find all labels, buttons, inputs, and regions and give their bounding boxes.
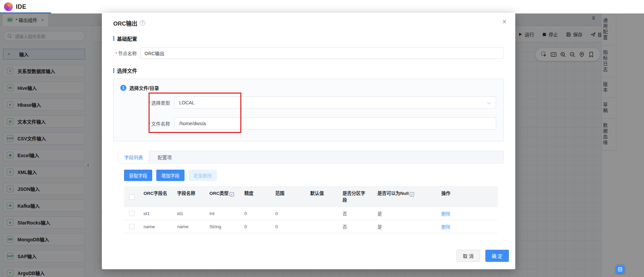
batch-delete-button[interactable]: 批量删除 — [189, 170, 217, 181]
table-header-cell: ORC类型✓ — [205, 187, 240, 207]
table-cell-nullable: 是 — [373, 220, 437, 233]
table-header-cell: ORC字段名 — [139, 187, 173, 207]
file-name-input[interactable]: /home/dws/a — [174, 117, 496, 130]
table-cell-action: 删除 — [437, 220, 498, 233]
clipboard-check-icon[interactable]: ✓ — [410, 192, 414, 197]
section-select-file: 选择文件 — [113, 67, 504, 74]
table-header-row: ORC字段名字段名称ORC类型✓精度范围默认值是否分区字段是否可以为Null✓操… — [124, 187, 498, 207]
table-header-cell: 操作 — [437, 187, 498, 207]
table-cell-partition: 否 — [338, 220, 373, 233]
select-type-dropdown[interactable]: LOCAL — [174, 97, 496, 109]
section-basic-config: 基础配置 — [113, 35, 504, 42]
table-cell-default — [306, 207, 338, 220]
tab-field-list[interactable]: 字段列表 — [118, 151, 149, 163]
tab-config-items[interactable]: 配置项 — [149, 151, 180, 163]
table-header-cell: 是否可以为Null✓ — [373, 187, 437, 207]
table-cell-field_name: name — [173, 220, 205, 233]
step-number-badge: 1 — [120, 85, 126, 91]
table-cell-nullable: 是 — [373, 207, 437, 220]
fields-table: ORC字段名字段名称ORC类型✓精度范围默认值是否分区字段是否可以为Null✓操… — [124, 186, 498, 234]
table-row-partial — [124, 233, 498, 234]
table-header-cell: 精度 — [240, 187, 271, 207]
fields-tabs-wrap: 字段列表 配置项 获取字段 增加字段 批量删除 ORC字段名字段名称ORC类型✓… — [118, 151, 504, 234]
table-header-cell: 是否分区字段 — [338, 187, 373, 207]
app-title: IDE — [16, 3, 27, 10]
section-bar — [113, 36, 114, 41]
table-body: id1id1Int00否是删除namenameString00否是删除 — [124, 207, 498, 233]
select-type-row: *选择类型 LOCAL — [120, 97, 496, 109]
node-name-label: *节点名称 — [113, 50, 137, 57]
close-icon[interactable]: × — [502, 18, 507, 26]
row-checkbox-cell — [124, 220, 139, 233]
field-list-panel: 获取字段 增加字段 批量删除 ORC字段名字段名称ORC类型✓精度范围默认值是否… — [118, 164, 504, 234]
topbar: IDE — [0, 0, 644, 13]
dialog-footer: 取 消 确 定 — [456, 250, 509, 262]
table-cell-orc_field: id1 — [139, 207, 173, 220]
table-header-cell: 默认值 — [306, 187, 338, 207]
row-checkbox-cell — [124, 207, 139, 220]
table-actions: 获取字段 增加字段 批量删除 — [124, 170, 498, 181]
row-checkbox[interactable] — [129, 211, 134, 216]
select-all-checkbox[interactable] — [129, 194, 134, 200]
header-checkbox-cell — [124, 187, 139, 207]
node-name-row: *节点名称 ORC输出 — [113, 47, 504, 59]
section-bar — [113, 68, 114, 73]
file-name-row: *文件名称 /home/dws/a — [120, 117, 496, 130]
node-name-input[interactable]: ORC输出 — [140, 47, 504, 59]
table-cell-precision: 0 — [240, 220, 271, 233]
help-icon[interactable]: ? — [140, 20, 145, 26]
app-window: IDE DI * 输出组件 × 请输入组件名称 ▼ 输入 ☰关系型数据库输入Hi… — [0, 0, 644, 277]
fields-tabbar: 字段列表 配置项 — [118, 151, 504, 164]
clipboard-check-icon[interactable]: ✓ — [230, 192, 234, 197]
table-cell-action: 删除 — [437, 207, 498, 220]
chevron-down-icon — [487, 100, 491, 104]
table-cell-precision: 0 — [240, 207, 271, 220]
step-title: 选择文件/目录 — [129, 84, 159, 91]
delete-row-link[interactable]: 删除 — [441, 223, 450, 230]
orc-output-dialog: ORC输出 ? × 基础配置 *节点名称 ORC输出 选择文件 1 选择文件/目… — [102, 13, 515, 269]
table-row: namenameString00否是删除 — [124, 220, 498, 233]
active-nav-indicator — [0, 12, 51, 13]
table-cell-range: 0 — [271, 207, 306, 220]
table-cell-partition: 否 — [338, 207, 373, 220]
file-name-label: *文件名称 — [120, 120, 170, 127]
confirm-button[interactable]: 确 定 — [485, 250, 509, 262]
dialog-header: ORC输出 ? — [113, 19, 504, 27]
table-cell-orc_type: String — [205, 220, 240, 233]
table-row: id1id1Int00否是删除 — [124, 207, 498, 220]
file-select-panel: 1 选择文件/目录 *选择类型 LOCAL *文件名称 /home/dws/a — [113, 79, 504, 141]
table-cell-field_name: id1 — [173, 207, 205, 220]
table-header-cell: 范围 — [271, 187, 306, 207]
fetch-fields-button[interactable]: 获取字段 — [124, 170, 152, 181]
table-cell-range: 0 — [271, 220, 306, 233]
table-cell-default — [306, 220, 338, 233]
table-cell-orc_type: Int — [205, 207, 240, 220]
assistant-fab-icon[interactable] — [616, 265, 625, 274]
table-cell-orc_field: name — [139, 220, 173, 233]
row-checkbox[interactable] — [129, 224, 134, 229]
app-logo — [4, 2, 13, 11]
select-type-label: *选择类型 — [120, 99, 170, 106]
add-field-button[interactable]: 增加字段 — [156, 170, 185, 181]
table-header-cell: 字段名称 — [173, 187, 205, 207]
delete-row-link[interactable]: 删除 — [441, 210, 450, 217]
step-header: 1 选择文件/目录 — [120, 84, 496, 91]
dialog-title: ORC输出 — [113, 19, 137, 27]
cancel-button[interactable]: 取 消 — [456, 250, 480, 262]
